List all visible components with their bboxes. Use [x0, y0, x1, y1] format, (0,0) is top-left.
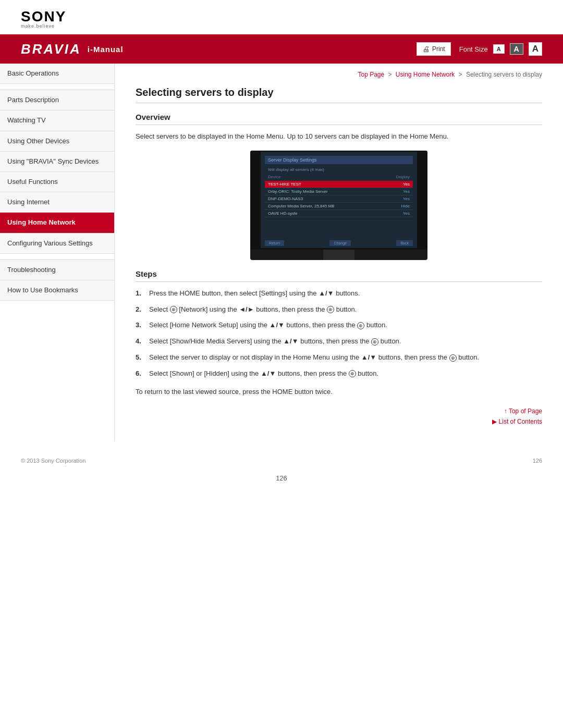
- sidebar-item-bookmarks[interactable]: How to Use Bookmarks: [0, 280, 114, 301]
- breadcrumb-sep-1: >: [388, 71, 394, 78]
- overview-heading: Overview: [136, 113, 542, 125]
- step-text-4: Select [Show/Hide Media Servers] using t…: [149, 336, 542, 347]
- sidebar-item-label: Configuring Various Settings: [7, 239, 93, 247]
- step-5: 5. Select the server to display or not d…: [136, 352, 542, 363]
- step-num-2: 2.: [136, 304, 145, 315]
- breadcrumb-top-page[interactable]: Top Page: [358, 71, 384, 78]
- font-size-medium-button[interactable]: A: [510, 43, 523, 55]
- step-text-1: Press the HOME button, then select [Sett…: [149, 288, 542, 299]
- screen-btn-return: Return: [265, 240, 284, 246]
- sidebar-item-configuring-settings[interactable]: Configuring Various Settings: [0, 233, 114, 254]
- step-num-6: 6.: [136, 368, 145, 379]
- step-num-4: 4.: [136, 336, 145, 347]
- screen-col2: Display: [396, 175, 410, 179]
- screen-row-label-1: Orby-ORIC: Tostiy Media Server: [268, 189, 403, 194]
- screen-row-value-1: Yes: [403, 189, 410, 194]
- screen-row-label-3: Computer Media Server, 25,845 MB: [268, 204, 401, 208]
- page-number-center: 126: [0, 470, 563, 486]
- screen-col1: Device: [268, 175, 280, 179]
- step-num-5: 5.: [136, 352, 145, 363]
- step-3: 3. Select [Home Network Setup] using the…: [136, 320, 542, 331]
- steps-heading: Steps: [136, 269, 542, 282]
- screen-inner: Server Display Settings Will display all…: [261, 152, 417, 248]
- screen-row-label-4: OAVE HD-syste: [268, 211, 403, 216]
- sidebar-item-using-internet[interactable]: Using Internet: [0, 192, 114, 213]
- screen-row-1: Orby-ORIC: Tostiy Media Server Yes: [265, 188, 413, 195]
- screen-row-value-0: Yes: [403, 182, 410, 187]
- sidebar-item-using-home-network[interactable]: Using Home Network: [0, 213, 114, 233]
- step-num-1: 1.: [136, 288, 145, 299]
- screen-row-4: OAVE HD-syste Yes: [265, 210, 413, 217]
- sidebar-item-using-other-devices[interactable]: Using Other Devices: [0, 131, 114, 152]
- screen-row-label-0: TEST-HIKE TEST: [268, 182, 403, 187]
- step-1: 1. Press the HOME button, then select [S…: [136, 288, 542, 299]
- screen-row-value-3: Hide: [401, 204, 410, 208]
- steps-list: 1. Press the HOME button, then select [S…: [136, 288, 542, 379]
- top-of-page-link[interactable]: ↑ Top of Page: [504, 408, 542, 415]
- sidebar-item-label: Watching TV: [7, 116, 46, 124]
- screen-bottom-bar: Return Change Back: [265, 240, 413, 246]
- tv-stand: [323, 250, 354, 260]
- sidebar-gap-1: [0, 84, 114, 90]
- page-bottom: © 2013 Sony Corporation 126: [0, 451, 563, 470]
- screen-row-0: TEST-HIKE TEST Yes: [265, 181, 413, 188]
- screen-btn-back: Back: [396, 240, 413, 246]
- sidebar-item-label: Useful Functions: [7, 178, 58, 186]
- step-text-2: Select ⊕ [Network] using the ◄/► buttons…: [149, 304, 542, 315]
- screen-subtitle: Will display all servers (4 max): [265, 167, 413, 172]
- sony-tagline: make.believe: [21, 24, 542, 29]
- step-num-3: 3.: [136, 320, 145, 331]
- sidebar-item-label: Troubleshooting: [7, 266, 56, 274]
- page-number: 126: [533, 458, 542, 464]
- sidebar-item-parts-description[interactable]: Parts Description: [0, 90, 114, 110]
- sony-logo: SONY make.believe: [21, 9, 542, 29]
- font-size-large-button[interactable]: A: [529, 42, 542, 56]
- sidebar-item-useful-functions[interactable]: Useful Functions: [0, 172, 114, 192]
- print-label: Print: [432, 45, 445, 53]
- sidebar-item-bravia-sync[interactable]: Using "BRAVIA" Sync Devices: [0, 152, 114, 172]
- imanual-label: i-Manual: [88, 45, 124, 54]
- top-bar: SONY make.believe: [0, 0, 563, 34]
- content-area: Top Page > Using Home Network > Selectin…: [115, 64, 563, 441]
- sidebar-item-label: Using "BRAVIA" Sync Devices: [7, 157, 99, 165]
- step-text-5: Select the server to display or not disp…: [149, 352, 542, 363]
- overview-text: Select servers to be displayed in the Ho…: [136, 131, 542, 142]
- sidebar-item-label: Using Internet: [7, 198, 50, 206]
- print-icon: 🖨: [422, 45, 430, 53]
- main-layout: Basic Operations Parts Description Watch…: [0, 64, 563, 441]
- list-of-contents-link[interactable]: ▶ List of Contents: [492, 418, 542, 425]
- breadcrumb-current: Selecting servers to display: [466, 71, 542, 78]
- breadcrumb: Top Page > Using Home Network > Selectin…: [136, 71, 542, 78]
- content-footer: ↑ Top of Page ▶ List of Contents: [136, 408, 542, 425]
- sidebar-item-basic-operations[interactable]: Basic Operations: [0, 64, 114, 84]
- tv-screenshot: Server Display Settings Will display all…: [250, 151, 427, 260]
- tv-screen: Server Display Settings Will display all…: [250, 151, 427, 250]
- sidebar-item-label: Using Home Network: [7, 218, 76, 226]
- step-2: 2. Select ⊕ [Network] using the ◄/► butt…: [136, 304, 542, 315]
- page-title: Selecting servers to display: [136, 87, 542, 103]
- screen-row-value-4: Yes: [403, 211, 410, 216]
- sidebar-item-label: How to Use Bookmarks: [7, 286, 78, 294]
- sidebar: Basic Operations Parts Description Watch…: [0, 64, 115, 441]
- font-size-small-button[interactable]: A: [493, 44, 505, 54]
- font-size-label: Font Size: [459, 45, 488, 53]
- screen-title-bar: Server Display Settings: [265, 156, 413, 164]
- screen-row-value-2: Yes: [403, 196, 410, 201]
- step-text-3: Select [Home Network Setup] using the ▲/…: [149, 320, 542, 331]
- print-button[interactable]: 🖨 Print: [417, 42, 451, 56]
- breadcrumb-sep-2: >: [459, 71, 464, 78]
- sidebar-item-watching-tv[interactable]: Watching TV: [0, 110, 114, 131]
- step-text-6: Select [Shown] or [Hidden] using the ▲/▼…: [149, 368, 542, 379]
- step-6: 6. Select [Shown] or [Hidden] using the …: [136, 368, 542, 379]
- sidebar-item-label: Basic Operations: [7, 69, 59, 77]
- breadcrumb-using-home-network[interactable]: Using Home Network: [396, 71, 455, 78]
- bravia-left: BRAVIA i-Manual: [21, 41, 124, 57]
- sidebar-item-label: Using Other Devices: [7, 137, 69, 145]
- step-4: 4. Select [Show/Hide Media Servers] usin…: [136, 336, 542, 347]
- sidebar-item-troubleshooting[interactable]: Troubleshooting: [0, 260, 114, 280]
- sony-logo-text: SONY: [21, 9, 542, 24]
- bravia-banner: BRAVIA i-Manual 🖨 Print Font Size A A A: [0, 34, 563, 64]
- sidebar-item-label: Parts Description: [7, 96, 59, 104]
- screen-row-2: DNP-DEMO-NAS3 Yes: [265, 195, 413, 203]
- bravia-right: 🖨 Print Font Size A A A: [417, 42, 542, 56]
